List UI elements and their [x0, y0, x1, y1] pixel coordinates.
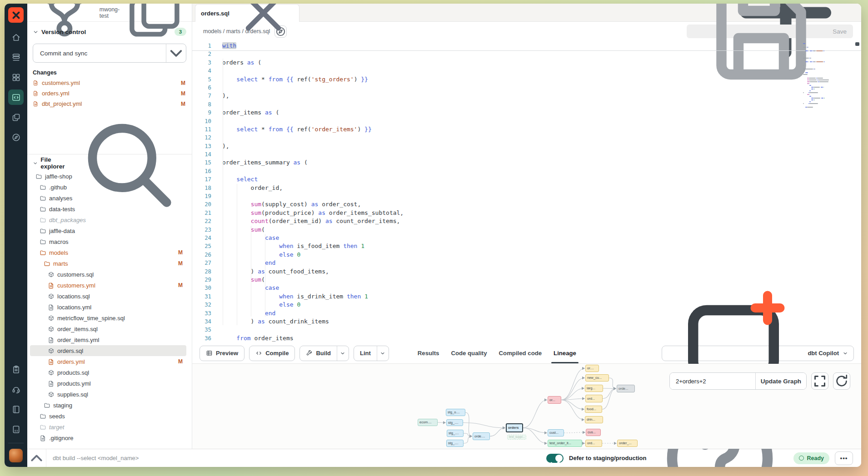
version-control-header[interactable]: Version control 3 [33, 26, 186, 38]
lineage-node-test_order[interactable]: test_order_it... [548, 440, 582, 447]
tree-item-order_items.yml[interactable]: order_items.yml [30, 334, 186, 345]
tree-item-jaffle-shop[interactable]: jaffle-shop [30, 171, 186, 182]
lineage-node-new_cu[interactable]: new_cu... [585, 374, 609, 382]
code-token: is_food_item [294, 243, 344, 249]
code-line-29: 29 sum( [192, 276, 861, 284]
rail-item-tasks[interactable] [8, 362, 24, 377]
tree-item-products.sql[interactable]: products.sql [30, 367, 186, 378]
lineage-node-stg2[interactable]: stg_.... [446, 419, 463, 426]
rail-item-docs[interactable] [8, 402, 24, 417]
lineage-node-cus_pink[interactable]: cus... [586, 429, 601, 436]
lineage-node-stg3[interactable]: stg_.... [447, 430, 464, 437]
lineage-node-orde_gray[interactable]: orde... [617, 385, 635, 392]
lineage-node-stg4[interactable]: stg_.... [446, 440, 464, 447]
changed-file-orders.yml[interactable]: orders.ymlM [33, 89, 186, 98]
lineage-node-or_y[interactable]: or.... [585, 365, 599, 372]
rail-item-dbt-logo[interactable] [8, 7, 24, 23]
command-input[interactable]: dbt build --select <model_name> [46, 455, 546, 461]
user-avatar[interactable] [9, 449, 23, 462]
tab-compiled-code[interactable]: Compiled code [493, 343, 548, 363]
defer-toggle[interactable] [546, 454, 564, 463]
tree-item-products.yml[interactable]: products.yml [30, 378, 186, 389]
tree-item-dbt_packages[interactable]: dbt_packages [30, 214, 186, 225]
rail-item-dashboards[interactable] [8, 69, 24, 85]
tree-item-customers.yml[interactable]: customers.ymlM [30, 280, 186, 291]
rail-item-home[interactable] [8, 30, 24, 45]
tree-item-.gitignore[interactable]: .gitignore [30, 432, 186, 443]
rail-item-deploy[interactable] [8, 50, 24, 65]
lineage-node-stg1[interactable]: stg_o.... [446, 409, 465, 416]
code-minimap[interactable] [803, 43, 836, 110]
tree-item-macros[interactable]: macros [30, 236, 186, 247]
code-token: select [236, 76, 258, 83]
lineage-node-orde_int[interactable]: orde.... [473, 432, 490, 440]
tree-item-locations.sql[interactable]: locations.sql [30, 291, 186, 302]
tree-item-order_items.sql[interactable]: order_items.sql [30, 323, 186, 334]
scrollbar-handle[interactable] [855, 42, 859, 46]
file-explorer-header[interactable]: File explorer [33, 157, 186, 169]
changed-file-customers.yml[interactable]: customers.ymlM [33, 78, 186, 88]
compile-button-main[interactable]: Compile [249, 346, 294, 361]
collapse-panel-button[interactable] [27, 449, 46, 467]
tree-item-orders.yml[interactable]: orders.ymlM [30, 356, 186, 367]
tree-item-seeds[interactable]: seeds [30, 411, 186, 421]
build-options-dropdown[interactable] [337, 346, 349, 361]
commit-options-dropdown[interactable] [166, 44, 186, 62]
tree-item-supplies.sql[interactable]: supplies.sql [30, 389, 186, 400]
tree-item-.github[interactable]: .github [30, 182, 186, 193]
more-options-button[interactable]: ••• [835, 451, 853, 465]
tree-item-data-tests[interactable]: data-tests [30, 203, 186, 214]
code-token: ref( [294, 126, 311, 133]
lint-button-main[interactable]: Lint [354, 346, 377, 361]
lineage-node-drin[interactable]: drin... [585, 416, 603, 423]
tree-item-locations.yml[interactable]: locations.yml [30, 302, 186, 312]
lineage-node-or_pink[interactable]: or... [548, 396, 561, 404]
lineage-node-larg[interactable]: larg... [585, 385, 603, 392]
tree-item-target[interactable]: target [30, 421, 186, 432]
lineage-selector-input[interactable] [670, 373, 755, 389]
tab-results[interactable]: Results [412, 343, 445, 363]
tree-item-metricflow_time_spine.sql[interactable]: metricflow_time_spine.sql [30, 312, 186, 323]
dbt-copilot-button[interactable]: dbt Copilot [662, 346, 854, 361]
code-editor[interactable]: 1with23orders as (45 select * from {{ re… [192, 41, 861, 343]
preview-button-main[interactable]: Preview [200, 346, 244, 361]
tab-orders-sql[interactable]: orders.sql [195, 4, 299, 22]
tree-item-customers.sql[interactable]: customers.sql [30, 269, 186, 280]
preview-button[interactable]: Preview [200, 346, 244, 361]
compile-button[interactable]: Compile [249, 346, 295, 361]
fullscreen-button[interactable] [811, 372, 828, 390]
rail-item-support[interactable] [8, 382, 24, 397]
lineage-node-ord_y2[interactable]: ord... [585, 440, 602, 447]
rail-item-orchestration[interactable] [8, 109, 24, 125]
rail-item-resources[interactable] [8, 421, 24, 437]
tree-item-jaffle-data[interactable]: jaffle-data [30, 225, 186, 236]
rail-item-develop[interactable] [8, 89, 24, 105]
save-button[interactable]: Save [687, 25, 853, 38]
lineage-node-order_y3[interactable]: order_... [617, 440, 638, 447]
update-graph-button[interactable]: Update Graph [755, 373, 806, 389]
lineage-node-orders[interactable]: orders [506, 423, 523, 432]
lineage-node-ord_y[interactable]: ord... [585, 395, 603, 402]
build-button-main[interactable]: Build [300, 346, 337, 361]
tree-item-analyses[interactable]: analyses [30, 193, 186, 203]
lineage-node-test_supp[interactable]: test_suppl... [507, 435, 526, 440]
build-button[interactable]: Build [299, 346, 349, 361]
desktop-background: mwong-test Version control 3 Commit and … [0, 0, 868, 476]
lint-options-dropdown[interactable] [377, 346, 389, 361]
tab-code-quality[interactable]: Code quality [445, 343, 493, 363]
lineage-node-food[interactable]: food... [585, 406, 602, 413]
tree-item-staging[interactable]: staging [30, 400, 186, 411]
lineage-node-cust[interactable]: cust... [548, 429, 564, 436]
rail-item-explore[interactable] [8, 129, 24, 145]
tree-item-models[interactable]: modelsM [30, 247, 186, 258]
refresh-graph-button[interactable] [833, 372, 850, 390]
tree-item-orders.sql[interactable]: orders.sql [30, 345, 186, 356]
commit-and-sync-button[interactable]: Commit and sync [33, 44, 186, 63]
tree-item-label: locations.sql [57, 293, 184, 300]
lineage-node-ecom[interactable]: ecom.... [418, 419, 438, 426]
tree-item-marts[interactable]: martsM [30, 258, 186, 269]
tab-lineage[interactable]: Lineage [548, 343, 582, 363]
editor-scrollbar[interactable] [855, 41, 861, 343]
lint-button[interactable]: Lint [354, 346, 389, 361]
close-tab-icon[interactable] [233, 4, 294, 44]
